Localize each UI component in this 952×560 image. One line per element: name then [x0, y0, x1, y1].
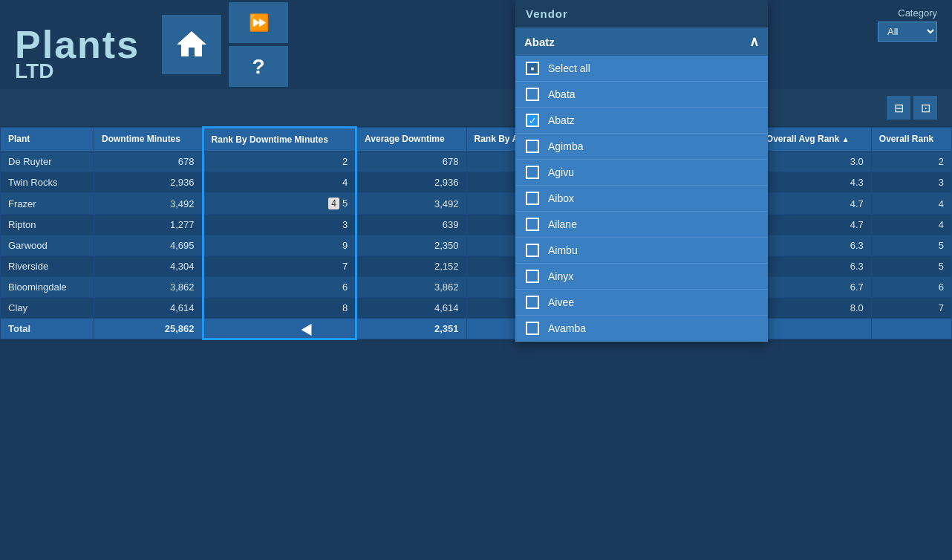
cell-downtime-minutes: 678	[94, 152, 203, 172]
table-row: Bloomingdale3,86263,8628700,65566.76	[1, 277, 952, 298]
vendor-option-label: Select all	[548, 62, 590, 74]
vendor-option[interactable]: Agimba	[515, 134, 768, 160]
cell-avg-downtime: 2,350	[356, 235, 466, 256]
vendor-search-bar[interactable]: Abatz ∧	[515, 27, 768, 56]
vendor-option-label: Ailane	[548, 218, 577, 230]
cell-downtime-minutes: 4,695	[94, 235, 203, 256]
category-area: Category All	[878, 7, 937, 42]
table-row: Garwood4,69592,3505549,02956.35	[1, 235, 952, 256]
vendor-option[interactable]: Aivee	[515, 290, 768, 316]
vendor-option[interactable]: Aimbu	[515, 238, 768, 264]
cell-overall-rank: 7	[871, 298, 951, 319]
table-row: Twin Rocks2,93642,9364.33	[1, 172, 952, 193]
cell-downtime-minutes: 1,277	[94, 215, 203, 235]
cell-avg-downtime: 4,614	[356, 298, 466, 319]
vendor-option[interactable]: Aibox	[515, 186, 768, 212]
vendor-dropdown[interactable]: Vendor Abatz ∧ ▪Select allAbata✓AbatzAgi…	[515, 0, 768, 342]
vendor-option-label: Ainyx	[548, 270, 573, 282]
data-table: Plant Downtime Minutes Rank By Downtime …	[0, 126, 952, 340]
cell-overall-avg-rank: 4.7	[758, 193, 871, 215]
cell-rank-by-downtime: 4	[203, 172, 356, 193]
cell-overall-avg-rank: 6.3	[758, 256, 871, 277]
table-header-row: Plant Downtime Minutes Rank By Downtime …	[1, 128, 952, 152]
dropdown-chevron: ∧	[749, 33, 759, 50]
forward-icon: ⏩	[249, 13, 269, 33]
cell-plant: Clay	[1, 298, 94, 319]
table-row: Total25,8622,3514,494,173	[1, 319, 952, 339]
cell-downtime-minutes: 3,862	[94, 277, 203, 298]
vendor-option-label: Abata	[548, 88, 576, 100]
col-overall-avg-rank[interactable]: Overall Avg Rank ▲	[758, 128, 871, 152]
vendor-option-label: Avamba	[548, 322, 586, 334]
cell-overall-avg-rank: 8.0	[758, 298, 871, 319]
cell-overall-avg-rank: 6.3	[758, 235, 871, 256]
cell-avg-downtime: 639	[356, 215, 466, 235]
cell-plant: Frazer	[1, 193, 94, 215]
cell-downtime-minutes: 3,492	[94, 193, 203, 215]
cell-overall-rank: 5	[871, 235, 951, 256]
home-button[interactable]	[162, 15, 221, 74]
table-row: Ripton1,27736392946,14894.74	[1, 215, 952, 235]
header: Plants ⏩ ? LTD Category All	[0, 0, 952, 89]
vendor-option[interactable]: ▪Select all	[515, 56, 768, 82]
vendor-option-label: Aimbu	[548, 244, 578, 256]
cell-plant: De Ruyter	[1, 152, 94, 172]
vendor-option-list: ▪Select allAbata✓AbatzAgimbaAgivuAiboxAi…	[515, 56, 768, 342]
vendor-option-label: Aibox	[548, 192, 574, 204]
cell-downtime-minutes: 25,862	[94, 319, 203, 339]
vendor-dropdown-label: Vendor	[515, 0, 768, 27]
vendor-option[interactable]: Ailane	[515, 212, 768, 238]
col-plant[interactable]: Plant	[1, 128, 94, 152]
category-label: Category	[898, 7, 937, 19]
data-table-container: Plant Downtime Minutes Rank By Downtime …	[0, 126, 952, 340]
cell-rank-by-downtime: 2	[203, 152, 356, 172]
table-row: De Ruyter67826783.02	[1, 152, 952, 172]
cell-overall-avg-rank: 3.0	[758, 152, 871, 172]
cell-plant: Total	[1, 319, 94, 339]
vendor-option[interactable]: ✓Abatz	[515, 108, 768, 134]
help-icon: ?	[252, 55, 265, 79]
cell-overall-rank: 4	[871, 215, 951, 235]
cell-plant: Bloomingdale	[1, 277, 94, 298]
category-select[interactable]: All	[878, 22, 937, 42]
table-row: Riverside4,30472,1524820,88886.35	[1, 256, 952, 277]
cell-overall-avg-rank: 4.3	[758, 172, 871, 193]
home-icon	[174, 27, 209, 62]
cell-plant: Garwood	[1, 235, 94, 256]
cell-overall-rank	[871, 319, 951, 339]
table-row: Clay4,61484,6149802,69478.07	[1, 298, 952, 319]
cell-rank-by-downtime	[203, 319, 356, 339]
cell-rank-by-downtime: 6	[203, 277, 356, 298]
vendor-option[interactable]: Abata	[515, 82, 768, 108]
help-button[interactable]: ?	[229, 46, 288, 87]
cell-overall-rank: 2	[871, 152, 951, 172]
cell-avg-downtime: 2,351	[356, 319, 466, 339]
cell-overall-rank: 6	[871, 277, 951, 298]
cell-avg-downtime: 2,152	[356, 256, 466, 277]
forward-button[interactable]: ⏩	[229, 2, 288, 43]
col-overall-rank[interactable]: Overall Rank	[871, 128, 951, 152]
vendor-option-label: Abatz	[548, 114, 575, 126]
nav-buttons: ⏩ ?	[229, 2, 288, 87]
vendor-option-label: Agimba	[548, 140, 583, 152]
vendor-selected-value: Abatz	[524, 36, 555, 48]
cell-avg-downtime: 678	[356, 152, 466, 172]
cell-overall-rank: 5	[871, 256, 951, 277]
export-button[interactable]: ⊡	[913, 96, 937, 120]
vendor-option[interactable]: Agivu	[515, 160, 768, 186]
cell-avg-downtime: 2,936	[356, 172, 466, 193]
vendor-option[interactable]: Avamba	[515, 316, 768, 342]
cell-overall-avg-rank: 4.7	[758, 215, 871, 235]
table-row: Frazer3,492453,4924.74	[1, 193, 952, 215]
vendor-option-label: Aivee	[548, 296, 574, 308]
cell-overall-avg-rank: 6.7	[758, 277, 871, 298]
cell-plant: Twin Rocks	[1, 172, 94, 193]
col-rank-by-downtime[interactable]: Rank By Downtime Minutes	[203, 128, 356, 152]
vendor-option-label: Agivu	[548, 166, 574, 178]
col-downtime-minutes[interactable]: Downtime Minutes	[94, 128, 203, 152]
col-avg-downtime[interactable]: Average Downtime	[356, 128, 466, 152]
cell-rank-by-downtime: 45	[203, 193, 356, 215]
cell-rank-by-downtime: 9	[203, 235, 356, 256]
vendor-option[interactable]: Ainyx	[515, 264, 768, 290]
filter-button[interactable]: ⊟	[887, 96, 910, 120]
